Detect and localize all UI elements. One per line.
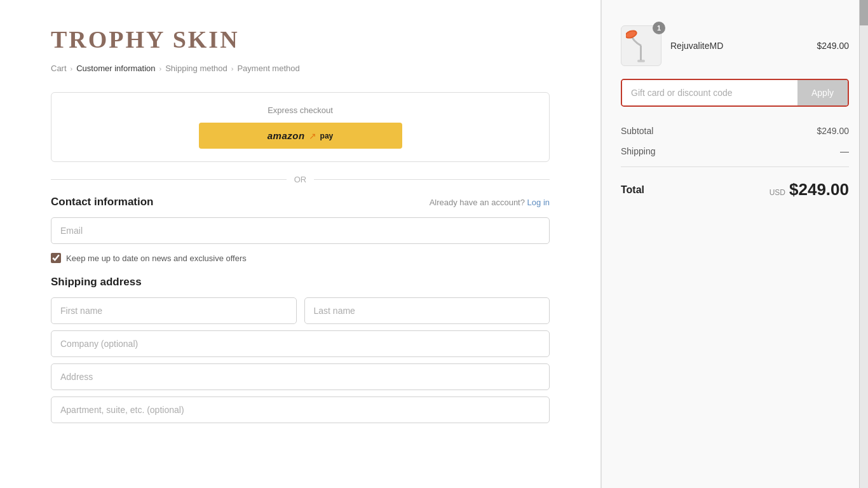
product-image-wrap: 1: [621, 25, 661, 66]
scrollbar[interactable]: [859, 0, 868, 488]
scrollbar-thumb[interactable]: [860, 0, 868, 25]
gift-card-input[interactable]: [622, 80, 797, 105]
breadcrumb-chevron-3: ›: [231, 65, 234, 72]
newsletter-checkbox[interactable]: [51, 253, 61, 263]
amazon-pay-text: amazon: [268, 130, 305, 141]
express-checkout-box: Express checkout amazon ↗ pay: [51, 92, 550, 162]
subtotal-row: Subtotal $249.00: [621, 121, 849, 141]
or-divider: OR: [51, 175, 550, 184]
address-input[interactable]: [51, 363, 550, 390]
breadcrumb-payment-method[interactable]: Payment method: [237, 64, 299, 73]
shipping-label: Shipping: [621, 146, 656, 156]
breadcrumb-chevron-2: ›: [159, 65, 162, 72]
total-currency: USD: [770, 188, 785, 197]
contact-section-header: Contact information Already have an acco…: [51, 196, 550, 208]
breadcrumb-shipping-method[interactable]: Shipping method: [165, 64, 227, 73]
product-info: RejuvaliteMD: [670, 41, 808, 51]
subtotal-value: $249.00: [817, 126, 849, 136]
total-row: Total USD $249.00: [621, 172, 849, 207]
pay-text: pay: [320, 132, 334, 140]
product-lamp-icon: [626, 28, 656, 64]
subtotal-label: Subtotal: [621, 126, 653, 136]
summary-divider: [621, 166, 849, 167]
express-checkout-label: Express checkout: [64, 105, 536, 115]
gift-card-row: Apply: [621, 79, 849, 107]
product-row: 1 RejuvaliteMD $249.00: [621, 25, 849, 66]
breadcrumb-chevron-1: ›: [71, 65, 73, 72]
product-badge: 1: [653, 22, 665, 34]
newsletter-row: Keep me up to date on news and exclusive…: [51, 253, 550, 263]
breadcrumb-cart[interactable]: Cart: [51, 64, 67, 73]
total-value: USD $249.00: [770, 180, 849, 200]
contact-section-title: Contact information: [51, 196, 154, 208]
newsletter-label[interactable]: Keep me up to date on news and exclusive…: [66, 254, 247, 263]
login-prompt: Already have an account? Log in: [430, 198, 550, 207]
amazon-arrow-icon: ↗: [309, 131, 316, 141]
apartment-input[interactable]: [51, 396, 550, 423]
shipping-row: Shipping —: [621, 141, 849, 161]
shipping-value: —: [840, 146, 849, 156]
name-row: [51, 297, 550, 330]
login-link[interactable]: Log in: [527, 198, 550, 207]
total-amount: $249.00: [789, 180, 849, 200]
breadcrumb: Cart › Customer information › Shipping m…: [51, 64, 550, 73]
page-layout: TROPHY SKIN Cart › Customer information …: [0, 0, 868, 488]
first-name-input[interactable]: [51, 297, 297, 324]
product-price: $249.00: [817, 41, 849, 51]
total-label: Total: [621, 184, 644, 196]
apply-button[interactable]: Apply: [797, 80, 848, 105]
last-name-input[interactable]: [304, 297, 550, 324]
shipping-section-header: Shipping address: [51, 276, 550, 288]
company-input[interactable]: [51, 330, 550, 357]
amazon-pay-button[interactable]: amazon ↗ pay: [199, 123, 402, 149]
right-panel: 1 RejuvaliteMD $249.00 Apply Subtotal $2…: [601, 0, 868, 488]
email-input[interactable]: [51, 217, 550, 244]
breadcrumb-customer-information: Customer information: [76, 64, 155, 73]
shipping-section-title: Shipping address: [51, 276, 142, 288]
brand-logo: TROPHY SKIN: [51, 25, 550, 53]
product-name: RejuvaliteMD: [670, 41, 808, 51]
left-panel: TROPHY SKIN Cart › Customer information …: [0, 0, 601, 488]
svg-rect-1: [640, 46, 642, 60]
